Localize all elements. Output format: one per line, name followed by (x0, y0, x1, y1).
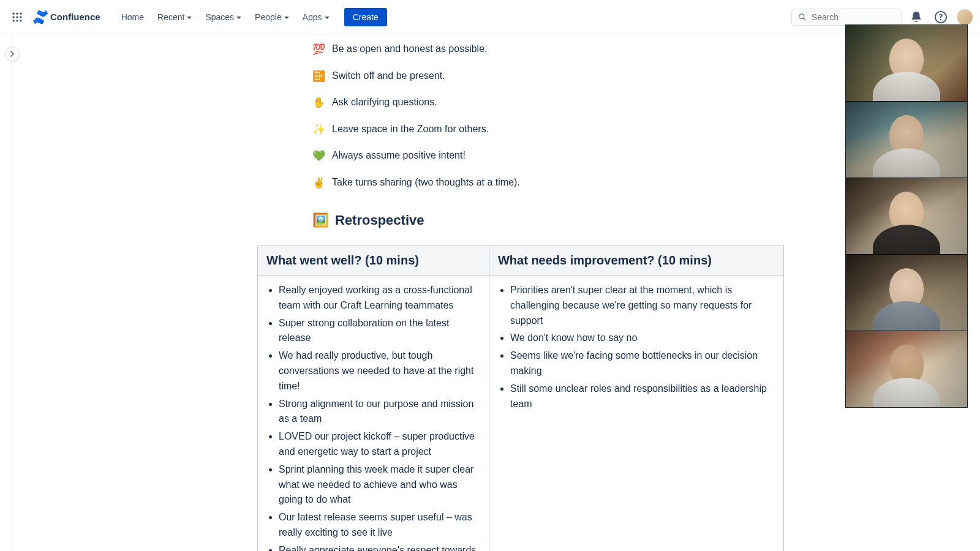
col-header-improve: What needs improvement? (10 mins) (489, 246, 783, 276)
rule-item: 💯Be as open and honest as possible. (312, 42, 735, 58)
nav-people[interactable]: People (249, 9, 295, 26)
svg-point-3 (13, 16, 15, 18)
emoji-peace: ✌️ (312, 175, 325, 191)
nav-home[interactable]: Home (115, 9, 150, 26)
rule-item: 💚Always assume positive intent! (312, 148, 735, 164)
list-item: We don't know how to say no (510, 331, 775, 346)
emoji-100: 💯 (312, 42, 325, 58)
list-item: Sprint planning this week made it super … (279, 462, 480, 508)
nav-apps[interactable]: Apps (296, 9, 336, 26)
rule-text: Always assume positive intent! (332, 148, 466, 163)
list-item: Still some unclear roles and responsibil… (510, 381, 775, 412)
list-item: Really enjoyed working as a cross-functi… (279, 283, 480, 313)
svg-point-0 (13, 12, 15, 14)
list-item: Super strong collaboration on the latest… (279, 316, 480, 347)
rule-text: Switch off and be present. (332, 69, 445, 83)
list-item: Seems like we're facing some bottlenecks… (510, 348, 775, 379)
search-icon (798, 12, 807, 22)
svg-point-6 (13, 20, 15, 21)
list-item: Our latest release seems super useful – … (279, 510, 480, 541)
rule-item: ✌️Take turns sharing (two thoughts at a … (312, 175, 735, 191)
nav-links: Home Recent Spaces People Apps (115, 9, 336, 26)
video-participant[interactable] (846, 25, 967, 101)
list-item: We had really productive, but tough conv… (279, 348, 480, 394)
svg-point-5 (20, 16, 21, 18)
emoji-hand: ✋ (312, 95, 325, 111)
retrospective-heading: 🖼️ Retrospective (312, 212, 735, 228)
emoji-frame: 🖼️ (312, 212, 329, 228)
svg-point-8 (20, 20, 21, 21)
video-call-overlay[interactable] (845, 24, 968, 408)
video-participant[interactable] (846, 255, 967, 331)
app-switcher-icon[interactable] (7, 7, 27, 27)
chevron-down-icon (284, 17, 289, 19)
brand-name: Confluence (50, 12, 100, 22)
rule-item: 📴Switch off and be present. (312, 69, 735, 84)
user-avatar[interactable] (957, 9, 973, 25)
search-box[interactable] (791, 9, 902, 26)
list-item: Really appreciate everyone's respect tow… (279, 543, 480, 551)
top-nav: Confluence Home Recent Spaces People App… (0, 0, 980, 34)
rule-text: Leave space in the Zoom for others. (332, 122, 489, 137)
page-content: 💯Be as open and honest as possible. 📴Swi… (12, 34, 980, 551)
nav-spaces[interactable]: Spaces (199, 9, 247, 26)
chevron-down-icon (236, 17, 241, 19)
svg-line-10 (804, 18, 805, 20)
notifications-icon[interactable] (907, 7, 926, 27)
cell-improve[interactable]: Priorities aren't super clear at the mom… (489, 276, 783, 552)
confluence-logo[interactable]: Confluence (29, 10, 104, 24)
rule-item: ✋Ask clarifying questions. (312, 95, 735, 111)
search-input[interactable] (812, 12, 895, 22)
chevron-down-icon (325, 17, 330, 19)
emoji-switch-off: 📴 (312, 69, 325, 84)
svg-point-1 (16, 12, 18, 14)
retrospective-title: Retrospective (335, 212, 424, 228)
svg-point-4 (16, 16, 18, 18)
cell-well[interactable]: Really enjoyed working as a cross-functi… (258, 276, 489, 552)
list-item: Strong alignment to our purpose and miss… (279, 397, 480, 427)
rule-item: ✨Leave space in the Zoom for others. (312, 122, 735, 138)
col-header-well: What went well? (10 mins) (258, 246, 489, 276)
emoji-heart: 💚 (312, 148, 325, 164)
retrospective-table: What went well? (10 mins) What needs imp… (257, 246, 784, 551)
rule-text: Be as open and honest as possible. (332, 42, 488, 56)
rule-text: Take turns sharing (two thoughts at a ti… (332, 175, 520, 190)
nav-recent[interactable]: Recent (151, 9, 198, 26)
rule-text: Ask clarifying questions. (332, 95, 437, 110)
video-participant[interactable] (846, 178, 967, 254)
create-button[interactable]: Create (344, 8, 387, 26)
help-icon[interactable] (931, 7, 951, 27)
video-participant[interactable] (846, 331, 967, 407)
video-participant[interactable] (846, 102, 967, 178)
svg-point-7 (16, 20, 18, 21)
svg-point-2 (20, 12, 21, 14)
list-item: Priorities aren't super clear at the mom… (510, 283, 775, 328)
list-item: LOVED our project kickoff – super produc… (279, 429, 480, 460)
chevron-down-icon (187, 17, 192, 19)
ground-rules-list: 💯Be as open and honest as possible. 📴Swi… (312, 42, 735, 190)
emoji-sparkles: ✨ (312, 122, 325, 138)
